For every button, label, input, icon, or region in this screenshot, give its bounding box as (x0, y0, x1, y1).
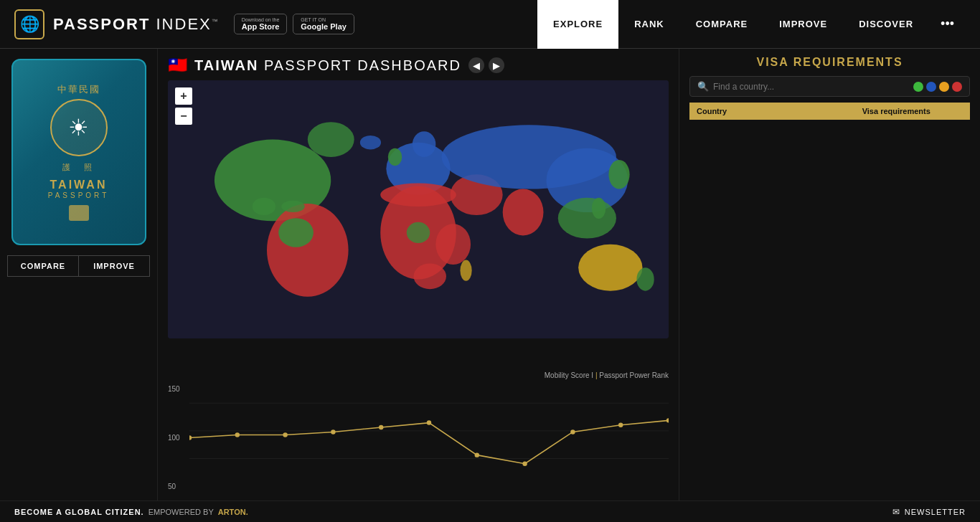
svg-point-19 (435, 224, 471, 265)
svg-point-31 (331, 430, 335, 434)
svg-point-16 (281, 201, 304, 212)
zoom-out-button[interactable]: − (175, 108, 192, 125)
svg-point-36 (570, 430, 575, 434)
more-options-button[interactable]: ••• (929, 16, 966, 32)
score-bar (168, 344, 669, 369)
passport-emblem: ☀ (50, 99, 108, 156)
passport-kanji: 護 照 (62, 162, 95, 173)
col-req-header: Visa requirements (830, 107, 963, 115)
passport-card: 中華民國 ☀ 護 照 TAIWAN PASSPORT (11, 59, 146, 245)
search-icon: 🔍 (697, 81, 709, 92)
power-label: Passport Power Rank (599, 371, 669, 379)
svg-point-34 (475, 452, 479, 457)
col-country-header: Country (697, 107, 830, 115)
improve-button[interactable]: IMPROVE (79, 255, 150, 277)
passport-chip (69, 205, 89, 221)
visa-table (689, 121, 970, 493)
svg-point-35 (522, 461, 527, 465)
svg-point-15 (253, 198, 275, 215)
nav-item-compare[interactable]: COMPARE (680, 0, 763, 49)
svg-point-22 (592, 198, 606, 219)
center-panel: 🇹🇼 TAIWAN PASSPORT DASHBOARD ◀ ▶ + − (158, 49, 679, 500)
googleplay-button[interactable]: GET IT ON Google Play (293, 14, 354, 34)
footer-become: BECOME A GLOBAL CITIZEN. (14, 508, 144, 516)
next-arrow[interactable]: ▶ (489, 57, 504, 73)
emblem-icon: ☀ (68, 114, 89, 141)
dashboard-title: 🇹🇼 TAIWAN PASSPORT DASHBOARD ◀ ▶ (168, 56, 669, 75)
mobility-label: Mobility Score I (545, 371, 593, 379)
googleplay-sub: GET IT ON (301, 17, 326, 22)
filter-green[interactable] (913, 82, 923, 92)
svg-point-11 (503, 189, 544, 236)
taiwan-flag: 🇹🇼 (168, 56, 187, 75)
filter-blue[interactable] (926, 82, 936, 92)
search-bar: 🔍 (689, 76, 970, 97)
zoom-in-button[interactable]: + (175, 87, 192, 105)
visa-table-header: Country Visa requirements (689, 103, 970, 120)
svg-point-21 (460, 260, 471, 281)
svg-point-3 (278, 218, 314, 247)
logo-area: 🌐 PASSPORT INDEX™ (14, 9, 220, 39)
appstore-name: App Store (242, 22, 280, 31)
googleplay-name: Google Play (301, 22, 347, 31)
svg-point-1 (308, 122, 354, 157)
svg-point-2 (267, 204, 349, 297)
svg-point-32 (379, 425, 383, 430)
stats-panel (0, 284, 157, 500)
dashboard-bold: TAIWAN (194, 57, 258, 73)
logo-text: PASSPORT INDEX™ (53, 15, 220, 34)
main-content: 中華民國 ☀ 護 照 TAIWAN PASSPORT COMPARE IMPRO… (0, 49, 980, 500)
svg-point-17 (388, 148, 402, 166)
footer-arton: ARTON. (218, 508, 248, 516)
svg-point-10 (558, 198, 616, 239)
main-nav: EXPLORERANKCOMPAREIMPROVEDISCOVER (537, 0, 929, 49)
line-chart (189, 382, 669, 493)
svg-point-33 (427, 420, 431, 424)
footer-powered: EMPOWERED BY (149, 508, 214, 516)
compare-button[interactable]: COMPARE (7, 255, 79, 277)
visa-req-title: VISA REQUIREMENTS (689, 56, 970, 69)
filter-amber[interactable] (939, 82, 949, 92)
search-input[interactable] (713, 82, 909, 92)
chart-y-labels: 150 100 50 (168, 382, 180, 493)
filter-red[interactable] (952, 82, 962, 92)
newsletter-label: NEWSLETTER (905, 508, 966, 516)
filter-dots (913, 82, 962, 92)
newsletter-button[interactable]: ✉ NEWSLETTER (892, 507, 966, 517)
nav-item-discover[interactable]: DISCOVER (843, 0, 929, 49)
header: 🌐 PASSPORT INDEX™ Download on the App St… (0, 0, 980, 49)
svg-point-6 (380, 183, 456, 206)
passport-actions: COMPARE IMPROVE (7, 255, 150, 277)
dashboard-heading: TAIWAN PASSPORT DASHBOARD (194, 57, 461, 74)
svg-point-37 (618, 423, 623, 427)
passport-subtitle-en: PASSPORT (48, 191, 110, 199)
appstore-button[interactable]: Download on the App Store (234, 14, 288, 34)
svg-point-30 (283, 432, 287, 437)
svg-point-24 (407, 222, 430, 243)
chart-area: 150 100 50 (168, 382, 669, 493)
prev-arrow[interactable]: ◀ (468, 57, 484, 73)
chart-labels: Mobility Score I | Passport Power Rank (168, 371, 669, 379)
dashboard-light: PASSPORT DASHBOARD (258, 57, 461, 73)
world-map (168, 80, 669, 338)
svg-point-38 (666, 418, 669, 422)
right-panel: VISA REQUIREMENTS 🔍 Country Visa require… (679, 49, 980, 500)
svg-point-12 (578, 245, 642, 291)
logo-tm: ™ (212, 17, 220, 24)
svg-point-20 (414, 263, 446, 289)
logo-bold: PASSPORT (53, 15, 150, 33)
sidebar: 中華民國 ☀ 護 照 TAIWAN PASSPORT COMPARE IMPRO… (0, 49, 158, 500)
appstore-sub: Download on the (242, 17, 280, 22)
svg-point-29 (235, 432, 240, 437)
nav-item-improve[interactable]: IMPROVE (763, 0, 843, 49)
svg-point-13 (636, 267, 654, 290)
nav-item-explore[interactable]: EXPLORE (537, 0, 618, 49)
passport-chinese-title: 中華民國 (57, 83, 100, 96)
svg-point-28 (189, 435, 192, 440)
nav-item-rank[interactable]: RANK (618, 0, 680, 49)
svg-point-18 (413, 131, 435, 157)
logo-icon: 🌐 (14, 9, 44, 39)
logo-light: INDEX (150, 15, 211, 33)
footer: BECOME A GLOBAL CITIZEN. EMPOWERED BY AR… (0, 500, 980, 522)
svg-point-14 (608, 160, 629, 189)
